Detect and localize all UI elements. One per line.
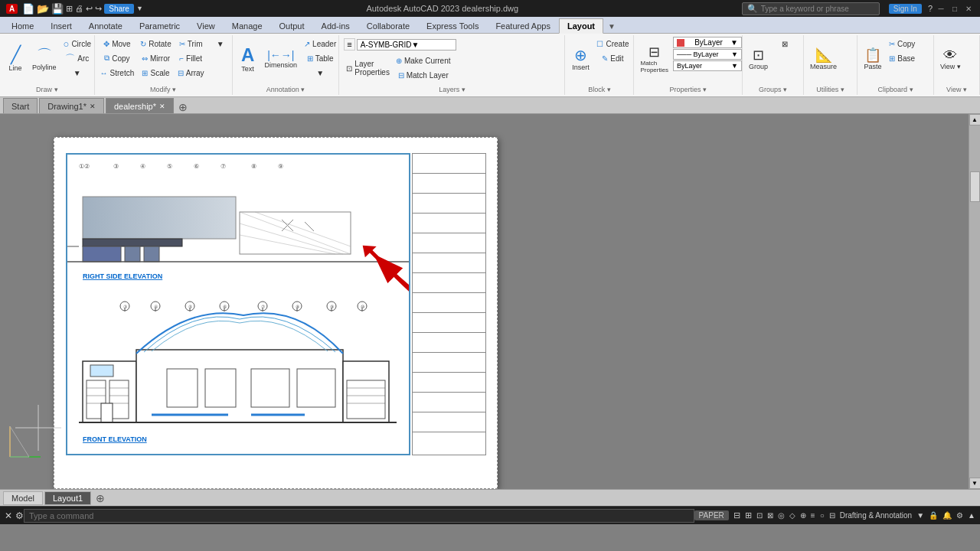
- cut-button[interactable]: ✂ Copy: [887, 37, 917, 51]
- redo-btn[interactable]: ↪: [95, 4, 102, 14]
- doc-tab-drawing1[interactable]: Drawing1* ✕: [39, 98, 104, 113]
- tab-home[interactable]: Home: [3, 18, 42, 33]
- make-current-btn[interactable]: ⊕ Make Current: [394, 54, 453, 68]
- close-command-btn[interactable]: ✕: [5, 510, 12, 521]
- scroll-thumb[interactable]: [970, 171, 980, 202]
- group-button[interactable]: ⊡ Group: [746, 37, 771, 81]
- match-props-button[interactable]: ⊟ MatchProperties: [637, 37, 671, 81]
- tab-insert[interactable]: Insert: [42, 18, 80, 33]
- insert-button[interactable]: ⊕ Insert: [568, 37, 593, 81]
- measure-button[interactable]: 📐 Measure: [807, 37, 840, 81]
- ungroup-btn[interactable]: ⊠: [773, 37, 797, 51]
- base-button[interactable]: ⊞ Base: [887, 51, 917, 65]
- workspace-dropdown[interactable]: ▼: [916, 511, 924, 520]
- command-settings-btn[interactable]: ⚙: [15, 510, 24, 521]
- tab-collaborate[interactable]: Collaborate: [358, 18, 418, 33]
- polyline-button[interactable]: ⌒ Polyline: [29, 37, 60, 81]
- circle-button[interactable]: ○ Circle: [61, 37, 93, 51]
- lineweight-btn[interactable]: ≡: [811, 511, 815, 520]
- scroll-down-btn[interactable]: ▼: [969, 478, 981, 489]
- draw-more-button[interactable]: ▼: [61, 66, 93, 80]
- layer-dropdown[interactable]: A-SYMB-GRID ▼: [357, 39, 456, 51]
- close-drawing1-btn[interactable]: ✕: [90, 103, 96, 110]
- create-block-btn[interactable]: ☐ Create: [594, 37, 631, 51]
- fillet-button[interactable]: ⌐ Fillet: [175, 51, 207, 65]
- table-button[interactable]: ⊞ Table: [302, 51, 338, 65]
- match-layer-btn[interactable]: ⊟ Match Layer: [394, 69, 453, 83]
- doc-tab-start[interactable]: Start: [3, 98, 38, 113]
- osnap-btn[interactable]: ◇: [789, 511, 795, 520]
- search-bar[interactable]: 🔍 Type a keyword or phrase: [742, 2, 880, 15]
- maximize-btn[interactable]: □: [949, 3, 960, 14]
- tab-addins[interactable]: Add-ins: [313, 18, 358, 33]
- scale-button[interactable]: ⊞ Scale: [138, 66, 173, 80]
- copy-button[interactable]: ⧉ Copy: [98, 51, 137, 65]
- add-layout-btn[interactable]: ⊕: [93, 492, 108, 504]
- canvas-area[interactable]: ①② ③ ④ ⑤ ⑥ ⑦ ⑧ ⑨: [0, 114, 980, 489]
- saveas-btn[interactable]: ⊞: [66, 4, 73, 14]
- tab-expresstools[interactable]: Express Tools: [418, 18, 487, 33]
- workspace-btn[interactable]: Drafting & Annotation: [840, 511, 913, 520]
- otrack-btn[interactable]: ⊕: [800, 511, 806, 520]
- tab-view[interactable]: View: [188, 18, 224, 33]
- expand-btn[interactable]: ▲: [968, 511, 975, 520]
- lock-btn[interactable]: 🔒: [929, 511, 938, 520]
- paste-button[interactable]: 📋 Paste: [861, 37, 885, 81]
- trim-button[interactable]: ✂ Trim: [175, 37, 207, 51]
- tab-more[interactable]: ▼: [603, 20, 620, 33]
- polar-btn[interactable]: ◎: [778, 511, 785, 520]
- viewport-scale-btn[interactable]: ⊟: [733, 510, 740, 520]
- print-btn[interactable]: 🖨: [75, 4, 83, 13]
- text-button[interactable]: A Text: [236, 37, 260, 81]
- dropdown-arrow[interactable]: ▼: [136, 5, 143, 12]
- doc-tab-dealership[interactable]: dealership* ✕: [106, 98, 174, 113]
- lineweight-dropdown[interactable]: ByLayer ▼: [673, 60, 742, 71]
- bottom-tab-model[interactable]: Model: [3, 491, 43, 505]
- leader-button[interactable]: ↗ Leader: [302, 37, 338, 51]
- dimension-button[interactable]: |←→| Dimension: [262, 37, 301, 81]
- minimize-btn[interactable]: ─: [936, 3, 946, 14]
- share-button[interactable]: Share: [104, 4, 134, 14]
- transparency-btn[interactable]: ○: [820, 511, 825, 520]
- mirror-button[interactable]: ⇔ Mirror: [138, 51, 173, 65]
- line-button[interactable]: ╱ Line: [3, 37, 28, 81]
- add-tab-btn[interactable]: ⊕: [175, 101, 191, 113]
- move-button[interactable]: ✥ Move: [98, 37, 137, 51]
- help-btn[interactable]: ?: [928, 4, 933, 13]
- rotate-button[interactable]: ↻ Rotate: [138, 37, 173, 51]
- array-button[interactable]: ⊟ Array: [175, 66, 207, 80]
- selection-btn[interactable]: ⊟: [829, 511, 835, 520]
- bottom-tab-layout1[interactable]: Layout1: [44, 491, 91, 505]
- tab-layout[interactable]: Layout: [559, 18, 603, 34]
- anno-more-button[interactable]: ▼: [302, 66, 338, 80]
- vertical-scrollbar[interactable]: ▲ ▼: [969, 114, 980, 489]
- modify-more-button[interactable]: ▼: [208, 37, 233, 51]
- arc-button[interactable]: ⌒ Arc: [61, 51, 93, 65]
- open-btn[interactable]: 📂: [37, 3, 49, 15]
- layer-props-button[interactable]: ⊡ LayerProperties: [344, 54, 392, 83]
- stretch-button[interactable]: ↔ Stretch: [98, 66, 137, 80]
- tab-manage[interactable]: Manage: [224, 18, 271, 33]
- settings-btn[interactable]: ⚙: [956, 511, 963, 520]
- tab-featuredapps[interactable]: Featured Apps: [487, 18, 559, 33]
- scroll-track[interactable]: [969, 126, 981, 478]
- layer-match-btn[interactable]: ≡: [344, 38, 354, 51]
- undo-btn[interactable]: ↩: [86, 4, 93, 14]
- new-btn[interactable]: 📄: [22, 3, 34, 15]
- save-btn[interactable]: 💾: [51, 3, 64, 15]
- tab-output[interactable]: Output: [271, 18, 313, 33]
- close-dealership-btn[interactable]: ✕: [159, 103, 165, 110]
- tab-parametric[interactable]: Parametric: [131, 18, 188, 33]
- edit-block-btn[interactable]: ✎ Edit: [594, 51, 631, 65]
- command-input[interactable]: [24, 509, 694, 523]
- view-button[interactable]: 👁 View ▾: [937, 37, 964, 81]
- linetype-dropdown[interactable]: ─── ByLayer ▼: [673, 49, 742, 60]
- notification-btn[interactable]: 🔔: [942, 511, 952, 520]
- color-dropdown[interactable]: ByLayer ▼: [673, 37, 742, 48]
- grid-btn[interactable]: ⊞: [745, 510, 752, 520]
- ortho-btn[interactable]: ⊠: [767, 511, 773, 520]
- snap-btn[interactable]: ⊡: [756, 511, 763, 520]
- autocad-logo[interactable]: A: [6, 4, 18, 14]
- signin-btn[interactable]: Sign In: [889, 4, 922, 14]
- scroll-up-btn[interactable]: ▲: [969, 114, 981, 126]
